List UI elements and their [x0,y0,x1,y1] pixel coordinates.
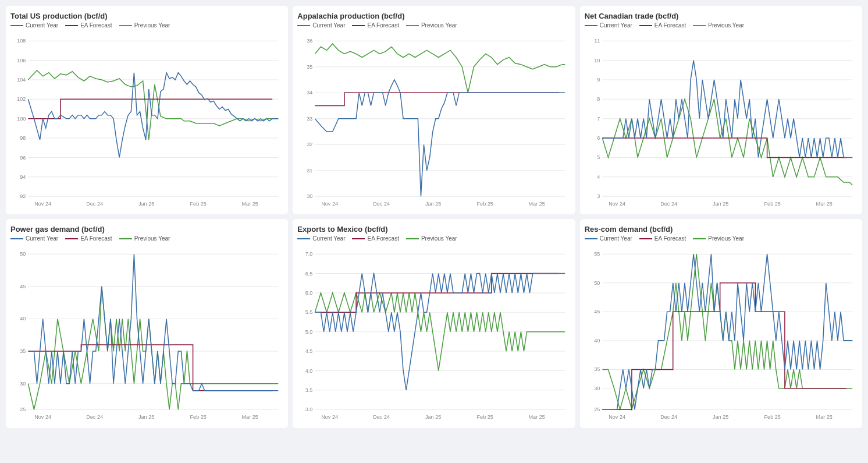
svg-text:55: 55 [594,252,600,257]
svg-text:Dec 24: Dec 24 [373,201,390,207]
svg-text:35: 35 [307,64,313,70]
svg-text:50: 50 [594,280,600,286]
svg-text:Dec 24: Dec 24 [86,415,103,420]
legend-4: Current Year EA Forecast Previous Year [10,235,281,242]
svg-text:33: 33 [307,116,313,122]
svg-text:Mar 25: Mar 25 [816,201,832,207]
svg-text:7.0: 7.0 [305,252,313,257]
svg-text:Jan 25: Jan 25 [138,415,154,420]
chart-area-6: 55 50 45 40 35 30 25 Nov 24 Dec 24 Jan 2… [585,244,855,423]
legend-current-year-6: Current Year [585,235,632,242]
legend-2: Current Year EA Forecast Previous Year [297,22,568,29]
svg-text:Mar 25: Mar 25 [242,201,258,207]
svg-text:6.0: 6.0 [305,290,313,296]
svg-text:Mar 25: Mar 25 [816,415,832,420]
svg-text:9: 9 [597,77,600,83]
svg-chart-5: 7.0 6.5 6.0 5.5 5.0 4.5 4.0 3.5 3.0 [297,244,568,423]
legend-current-year-5: Current Year [297,235,345,242]
chart-net-canadian-trade: Net Canadian trade (bcf/d) Current Year … [580,6,862,214]
svg-text:106: 106 [17,58,26,63]
svg-text:4.5: 4.5 [305,349,313,355]
svg-text:96: 96 [20,155,26,161]
svg-text:Mar 25: Mar 25 [242,415,258,420]
legend-ea-forecast-2: EA Forecast [352,22,399,29]
svg-text:Jan 25: Jan 25 [713,201,728,207]
svg-text:6: 6 [597,135,600,141]
svg-text:8: 8 [597,96,600,102]
svg-text:94: 94 [20,174,26,180]
legend-previous-year-5: Previous Year [406,235,457,242]
svg-text:35: 35 [594,367,600,373]
svg-text:92: 92 [20,193,26,199]
svg-text:7: 7 [597,116,600,122]
svg-text:100: 100 [17,116,26,122]
legend-5: Current Year EA Forecast Previous Year [297,235,568,242]
chart-exports-mexico: Exports to Mexico (bcf/d) Current Year E… [293,219,575,427]
svg-text:10: 10 [594,58,600,63]
svg-text:Jan 25: Jan 25 [425,415,441,420]
svg-chart-4: 50 45 40 35 30 25 Nov 24 Dec 24 Jan 25 F… [10,244,281,423]
legend-ea-forecast-1: EA Forecast [65,22,112,29]
svg-text:25: 25 [594,407,600,413]
svg-text:108: 108 [17,38,26,44]
legend-6: Current Year EA Forecast Previous Year [585,235,855,242]
svg-text:Feb 25: Feb 25 [764,415,780,420]
svg-text:34: 34 [307,90,313,96]
chart-area-4: 50 45 40 35 30 25 Nov 24 Dec 24 Jan 25 F… [10,244,281,423]
svg-text:Jan 25: Jan 25 [713,415,728,420]
svg-text:Feb 25: Feb 25 [477,415,493,420]
svg-text:Mar 25: Mar 25 [529,201,545,207]
chart-title-6: Res-com demand (bcf/d) [585,225,855,234]
legend-ea-forecast-4: EA Forecast [65,235,112,242]
svg-text:4.0: 4.0 [305,368,313,374]
svg-text:Dec 24: Dec 24 [660,201,677,207]
legend-previous-year-4: Previous Year [119,235,170,242]
chart-res-com-demand: Res-com demand (bcf/d) Current Year EA F… [580,219,862,427]
legend-previous-year-2: Previous Year [406,22,457,29]
legend-current-year-2: Current Year [297,22,345,29]
legend-ea-forecast-6: EA Forecast [639,235,686,242]
svg-text:3: 3 [597,193,600,199]
svg-text:40: 40 [20,316,26,322]
svg-text:Dec 24: Dec 24 [660,415,677,420]
svg-text:Nov 24: Nov 24 [34,201,51,207]
chart-total-us-production: Total US production (bcf/d) Current Year… [6,6,288,214]
chart-title-3: Net Canadian trade (bcf/d) [585,12,855,20]
svg-text:36: 36 [307,38,313,44]
chart-appalachia-production: Appalachia production (bcf/d) Current Ye… [293,6,575,214]
svg-text:Feb 25: Feb 25 [190,415,207,420]
svg-text:Nov 24: Nov 24 [322,415,339,420]
chart-area-1: 108 106 104 102 100 98 96 94 92 [10,31,281,210]
svg-text:Mar 25: Mar 25 [529,415,545,420]
chart-title-5: Exports to Mexico (bcf/d) [297,225,568,234]
svg-text:Jan 25: Jan 25 [425,201,441,207]
svg-text:Jan 25: Jan 25 [138,201,154,207]
svg-text:Feb 25: Feb 25 [764,201,780,207]
svg-text:30: 30 [307,193,313,199]
chart-title-2: Appalachia production (bcf/d) [297,12,568,20]
svg-text:45: 45 [594,309,600,315]
svg-text:Nov 24: Nov 24 [609,415,625,420]
chart-power-gas-demand: Power gas demand (bcf/d) Current Year EA… [6,219,288,427]
legend-previous-year-6: Previous Year [693,235,744,242]
legend-current-year-4: Current Year [10,235,58,242]
legend-1: Current Year EA Forecast Previous Year [10,22,281,29]
svg-text:98: 98 [20,135,26,141]
svg-text:30: 30 [20,381,26,387]
svg-text:104: 104 [17,77,26,83]
svg-text:32: 32 [307,142,313,147]
svg-text:31: 31 [307,168,313,174]
chart-area-3: 11 10 9 8 7 6 5 4 3 Nov 24 [585,31,855,210]
svg-text:102: 102 [17,96,26,102]
svg-text:Dec 24: Dec 24 [373,415,390,420]
svg-chart-1: 108 106 104 102 100 98 96 94 92 [10,31,281,210]
charts-grid: Total US production (bcf/d) Current Year… [6,6,862,428]
svg-text:11: 11 [594,38,600,44]
svg-text:Nov 24: Nov 24 [34,415,51,420]
chart-title-4: Power gas demand (bcf/d) [10,225,281,234]
svg-text:3.0: 3.0 [305,407,313,413]
legend-3: Current Year EA Forecast Previous Year [585,22,855,29]
legend-previous-year-1: Previous Year [119,22,170,29]
svg-text:Nov 24: Nov 24 [609,201,625,207]
svg-text:Dec 24: Dec 24 [86,201,103,207]
